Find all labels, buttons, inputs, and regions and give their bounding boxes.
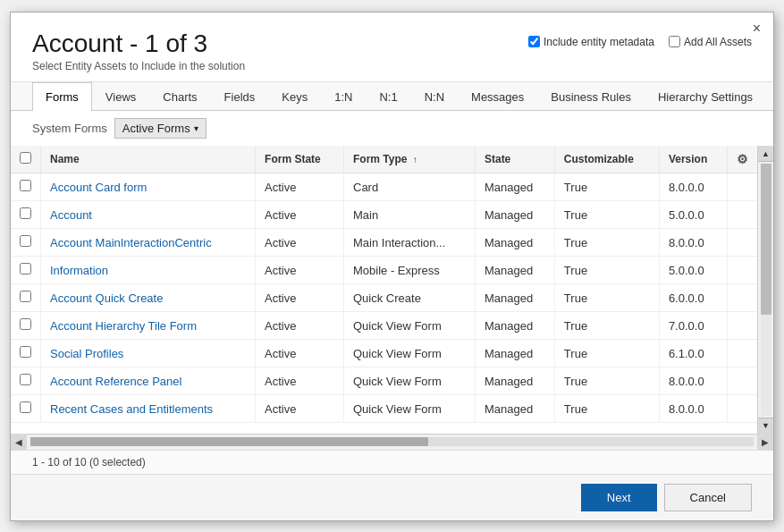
row-checkbox[interactable] xyxy=(20,291,31,302)
row-checkbox-cell[interactable] xyxy=(11,229,41,257)
scroll-thumb xyxy=(761,164,771,315)
row-name: Account Quick Create xyxy=(41,284,256,312)
row-checkbox-cell[interactable] xyxy=(11,257,41,284)
col-settings[interactable]: ⚙ xyxy=(728,146,758,173)
row-name-link[interactable]: Recent Cases and Entitlements xyxy=(50,402,213,416)
col-form-type[interactable]: Form Type ↑ xyxy=(344,146,476,173)
row-state: Managed xyxy=(475,201,554,229)
row-checkbox-cell[interactable] xyxy=(11,312,41,340)
row-checkbox-cell[interactable] xyxy=(11,367,41,395)
title-area: Account - 1 of 3 Select Entity Assets to… xyxy=(32,29,245,73)
tab-messages[interactable]: Messages xyxy=(458,82,537,111)
add-all-assets-label[interactable]: Add All Assets xyxy=(669,36,752,48)
row-customizable: True xyxy=(554,312,659,340)
row-name-link[interactable]: Account Hierarchy Tile Form xyxy=(50,319,197,333)
header-checkboxes: Include entity metadata Add All Assets xyxy=(528,29,752,48)
row-name-link[interactable]: Account xyxy=(50,208,92,222)
sort-asc-icon: ↑ xyxy=(413,155,417,165)
col-state[interactable]: State xyxy=(475,146,554,173)
tab-views[interactable]: Views xyxy=(92,82,149,111)
col-name[interactable]: Name xyxy=(41,146,256,173)
table-container: Name Form State Form Type ↑ State Custom… xyxy=(11,146,773,449)
tab-hierarchy-settings[interactable]: Hierarchy Settings xyxy=(645,82,766,111)
tab-nn[interactable]: N:N xyxy=(411,82,458,111)
scroll-left-button[interactable]: ◀ xyxy=(11,434,27,450)
tab-forms[interactable]: Forms xyxy=(32,82,92,111)
row-form-state: Active xyxy=(256,340,344,367)
row-settings-cell xyxy=(728,229,758,257)
row-checkbox-cell[interactable] xyxy=(11,340,41,367)
row-name: Account xyxy=(41,201,256,229)
row-checkbox-cell[interactable] xyxy=(11,395,41,423)
col-version[interactable]: Version xyxy=(659,146,727,173)
row-form-type: Quick View Form xyxy=(344,395,476,423)
tab-n1[interactable]: N:1 xyxy=(366,82,410,111)
row-name-link[interactable]: Account Quick Create xyxy=(50,291,163,305)
row-checkbox-cell[interactable] xyxy=(11,284,41,312)
row-checkbox[interactable] xyxy=(20,374,31,385)
col-customizable[interactable]: Customizable xyxy=(554,146,659,173)
table-scroll[interactable]: Name Form State Form Type ↑ State Custom… xyxy=(11,146,757,433)
row-checkbox[interactable] xyxy=(20,318,31,330)
row-customizable: True xyxy=(554,284,659,312)
scroll-right-button[interactable]: ▶ xyxy=(757,434,773,450)
settings-icon[interactable]: ⚙ xyxy=(737,152,748,166)
row-form-state: Active xyxy=(256,312,344,340)
row-checkbox-cell[interactable] xyxy=(11,201,41,229)
tab-fields[interactable]: Fields xyxy=(211,82,269,111)
row-checkbox[interactable] xyxy=(20,346,31,358)
row-customizable: True xyxy=(554,257,659,284)
table-row: Account Active Main Managed True 5.0.0.0 xyxy=(11,201,757,229)
scroll-track[interactable] xyxy=(761,164,771,415)
table-row: Recent Cases and Entitlements Active Qui… xyxy=(11,395,757,423)
tab-1n[interactable]: 1:N xyxy=(321,82,366,111)
row-customizable: True xyxy=(554,229,659,257)
next-button[interactable]: Next xyxy=(581,484,657,511)
cancel-button[interactable]: Cancel xyxy=(664,484,752,511)
row-checkbox[interactable] xyxy=(20,235,31,247)
row-checkbox-cell[interactable] xyxy=(11,173,41,201)
select-all-checkbox[interactable] xyxy=(20,152,31,164)
footer-row: Next Cancel xyxy=(11,474,773,520)
row-state: Managed xyxy=(475,257,554,284)
horizontal-scrollbar-row[interactable]: ◀ ▶ xyxy=(11,434,773,450)
col-form-state[interactable]: Form State xyxy=(256,146,344,173)
row-name-link[interactable]: Account Reference Panel xyxy=(50,375,181,388)
include-entity-metadata-checkbox[interactable] xyxy=(528,36,540,47)
row-form-state: Active xyxy=(256,367,344,395)
row-version: 8.0.0.0 xyxy=(659,173,727,201)
row-checkbox[interactable] xyxy=(20,180,31,191)
row-form-type: Card xyxy=(344,173,476,201)
row-form-type: Quick View Form xyxy=(344,367,476,395)
row-name: Account Card form xyxy=(41,173,256,201)
row-form-type: Main xyxy=(344,201,476,229)
active-forms-label: Active Forms xyxy=(122,122,190,135)
tab-business-rules[interactable]: Business Rules xyxy=(537,82,645,111)
tabs-row: Forms Views Charts Fields Keys 1:N N:1 N… xyxy=(11,82,773,111)
row-name-link[interactable]: Account MainInteractionCentric xyxy=(50,236,212,249)
tab-keys[interactable]: Keys xyxy=(268,82,321,111)
row-checkbox[interactable] xyxy=(20,401,31,413)
row-state: Managed xyxy=(475,229,554,257)
horizontal-scrollbar-track[interactable] xyxy=(30,437,754,446)
scroll-up-button[interactable]: ▲ xyxy=(758,146,774,162)
scroll-down-button[interactable]: ▼ xyxy=(758,418,774,434)
dropdown-arrow-icon: ▾ xyxy=(194,123,198,133)
dialog-header: Account - 1 of 3 Select Entity Assets to… xyxy=(11,13,773,83)
row-state: Managed xyxy=(475,312,554,340)
close-button[interactable]: × xyxy=(753,21,761,36)
row-name-link[interactable]: Account Card form xyxy=(50,181,147,194)
active-forms-dropdown[interactable]: Active Forms ▾ xyxy=(114,118,207,139)
row-checkbox[interactable] xyxy=(20,263,31,274)
vertical-scrollbar[interactable]: ▲ ▼ xyxy=(757,146,773,433)
row-name-link[interactable]: Social Profiles xyxy=(50,347,123,360)
add-all-assets-checkbox[interactable] xyxy=(669,36,680,47)
row-name: Account MainInteractionCentric xyxy=(41,229,256,257)
col-check[interactable] xyxy=(11,146,41,173)
subheader-row: System Forms Active Forms ▾ xyxy=(11,111,773,146)
include-entity-metadata-label[interactable]: Include entity metadata xyxy=(528,36,654,48)
row-state: Managed xyxy=(475,367,554,395)
row-name-link[interactable]: Information xyxy=(50,264,108,277)
row-checkbox[interactable] xyxy=(20,207,31,219)
tab-charts[interactable]: Charts xyxy=(149,82,210,111)
